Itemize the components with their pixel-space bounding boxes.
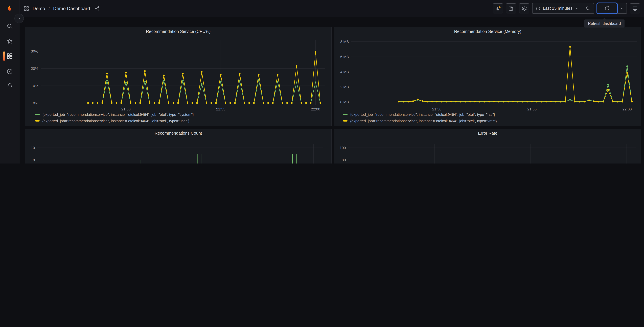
time-range-picker[interactable]: Last 15 minutes xyxy=(532,3,582,14)
cpu-chart[interactable]: 0%10%20%30%21:5021:5522:00 xyxy=(25,27,332,126)
zoom-out-button[interactable] xyxy=(582,3,594,14)
time-picker-group: Last 15 minutes xyxy=(532,3,594,14)
legend-series-color-chip xyxy=(35,120,40,122)
legend-item[interactable]: {exported_job="recommendationservice", i… xyxy=(35,112,330,116)
legend-item[interactable]: {exported_job="recommendationservice", i… xyxy=(343,119,640,123)
share-icon[interactable] xyxy=(95,6,100,11)
refresh-icon xyxy=(604,6,610,11)
svg-text:30%: 30% xyxy=(31,49,38,54)
svg-text:20%: 20% xyxy=(31,66,38,71)
top-navigation: Demo / Demo Dashboard Last 15 minutes xyxy=(0,0,644,17)
sidebar-item-alerting[interactable] xyxy=(0,80,19,92)
gear-icon xyxy=(521,5,527,12)
search-icon xyxy=(6,23,13,30)
svg-text:0 MB: 0 MB xyxy=(340,100,349,104)
save-icon xyxy=(508,6,514,11)
svg-text:4 MB: 4 MB xyxy=(340,70,349,74)
chevron-down-icon xyxy=(575,6,579,10)
dashboard-settings-button[interactable] xyxy=(519,3,529,14)
panel-recommendation-memory: Recommendation Service (Memory) 0 MB2 MB… xyxy=(334,27,641,126)
sidebar-item-starred[interactable] xyxy=(0,35,19,47)
svg-text:8: 8 xyxy=(33,158,35,162)
compass-icon xyxy=(6,68,13,75)
breadcrumb-section[interactable]: Demo xyxy=(32,6,45,11)
breadcrumb-page[interactable]: Demo Dashboard xyxy=(53,6,90,11)
breadcrumb-separator: / xyxy=(48,6,50,11)
panel-recommendation-cpu: Recommendation Service (CPU%) 0%10%20%30… xyxy=(25,27,332,126)
grid-icon xyxy=(6,53,13,60)
refresh-dashboard-button[interactable] xyxy=(597,3,617,14)
sidebar-item-dashboards[interactable] xyxy=(0,50,19,62)
refresh-interval-dropdown[interactable] xyxy=(617,3,626,14)
chevron-down-icon xyxy=(620,6,624,10)
bell-icon xyxy=(6,82,13,89)
save-dashboard-button[interactable] xyxy=(506,3,516,14)
legend-item[interactable]: {exported_job="recommendationservice", i… xyxy=(35,119,330,123)
refresh-tooltip: Refresh dashboard xyxy=(584,20,624,28)
svg-text:80: 80 xyxy=(342,158,346,162)
svg-text:22:00: 22:00 xyxy=(622,107,632,111)
legend-series-label: {exported_job="recommendationservice", i… xyxy=(42,119,189,123)
grafana-logo-icon[interactable] xyxy=(5,5,14,13)
add-panel-icon xyxy=(495,5,501,12)
svg-text:10: 10 xyxy=(31,146,35,150)
legend-series-color-chip xyxy=(343,114,348,115)
svg-text:21:55: 21:55 xyxy=(527,107,536,111)
svg-text:6 MB: 6 MB xyxy=(340,55,349,59)
svg-text:100: 100 xyxy=(340,146,346,150)
legend-series-color-chip xyxy=(343,120,348,122)
dashboard-grid: Recommendation Service (CPU%) 0%10%20%30… xyxy=(19,17,644,164)
chevron-right-icon xyxy=(17,16,21,21)
svg-text:21:50: 21:50 xyxy=(122,107,130,111)
zoom-out-icon xyxy=(585,6,590,11)
svg-text:0%: 0% xyxy=(33,101,38,105)
apps-icon[interactable] xyxy=(24,6,29,11)
legend-item[interactable]: {exported_job="recommendationservice", i… xyxy=(343,112,640,116)
breadcrumb: Demo / Demo Dashboard xyxy=(24,0,100,17)
legend-series-label: {exported_job="recommendationservice", i… xyxy=(350,112,495,116)
kiosk-mode-button[interactable] xyxy=(630,3,640,14)
error-rate-chart[interactable]: 02040608010021:5021:5522:00 xyxy=(334,129,641,164)
legend-series-label: {exported_job="recommendationservice", i… xyxy=(350,119,497,123)
svg-text:22:00: 22:00 xyxy=(311,107,320,111)
panel-error-rate: Error Rate 02040608010021:5021:5522:00 {… xyxy=(334,128,641,164)
svg-text:21:50: 21:50 xyxy=(432,107,441,111)
active-indicator xyxy=(3,51,4,61)
legend-series-color-chip xyxy=(35,114,40,115)
svg-text:10%: 10% xyxy=(31,84,38,88)
panel-recommendations-count: Recommendations Count 024681021:5021:552… xyxy=(25,128,332,164)
svg-text:21:55: 21:55 xyxy=(216,107,225,111)
time-range-label: Last 15 minutes xyxy=(543,6,573,11)
grafana-app: Demo / Demo Dashboard Last 15 minutes xyxy=(0,0,644,164)
refresh-group xyxy=(597,3,627,14)
legend-series-label: {exported_job="recommendationservice", i… xyxy=(42,112,194,116)
svg-text:8 MB: 8 MB xyxy=(340,40,349,44)
clock-icon xyxy=(536,6,540,11)
recommendations-count-chart[interactable]: 024681021:5021:5522:00 xyxy=(25,129,332,164)
sidebar-item-explore[interactable] xyxy=(0,66,19,78)
sidebar-nav xyxy=(0,0,20,164)
memory-chart[interactable]: 0 MB2 MB4 MB6 MB8 MB21:5021:5522:00 xyxy=(334,27,641,126)
sidebar-expand-button[interactable] xyxy=(14,14,24,23)
monitor-icon xyxy=(632,6,638,11)
svg-text:2 MB: 2 MB xyxy=(340,85,349,89)
star-icon xyxy=(6,38,13,45)
dashboard-toolbar: Last 15 minutes xyxy=(493,3,640,14)
add-panel-button[interactable] xyxy=(493,3,503,14)
